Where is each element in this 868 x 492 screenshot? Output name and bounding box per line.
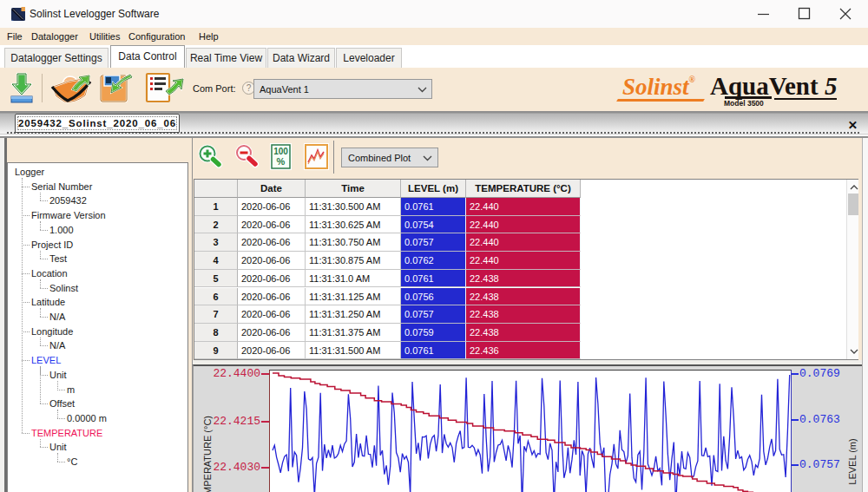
svg-text:100: 100	[273, 147, 288, 156]
svg-text:%: %	[277, 156, 286, 167]
